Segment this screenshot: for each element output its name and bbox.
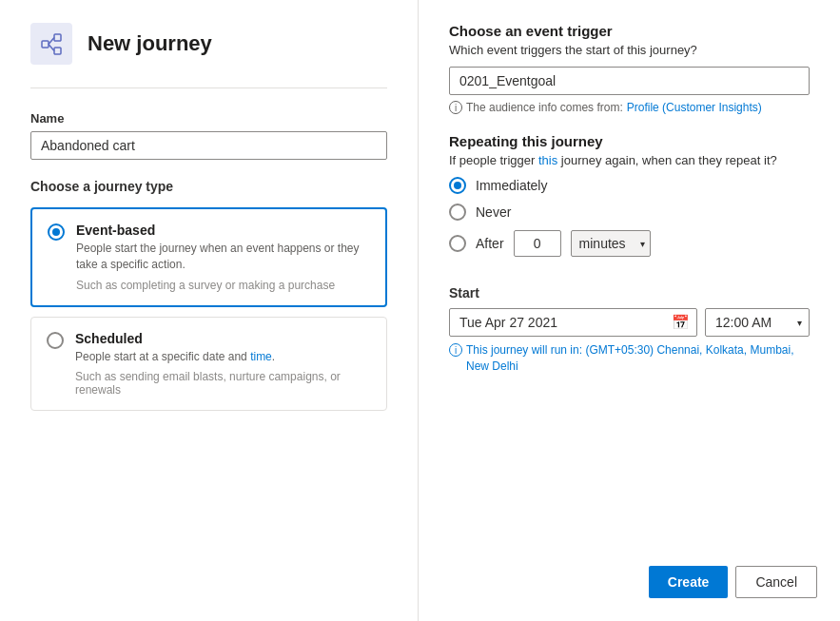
cancel-button[interactable]: Cancel (735, 566, 817, 598)
name-input[interactable] (30, 131, 387, 160)
audience-info-icon: i (449, 101, 462, 114)
name-field-group: Name (30, 111, 387, 160)
minutes-dropdown[interactable]: minutes hours days (571, 230, 651, 257)
scheduled-option[interactable]: Scheduled People start at a specific dat… (30, 317, 387, 412)
after-radio[interactable] (449, 235, 466, 252)
time-wrap: ▾ (705, 308, 810, 337)
start-section: Start 📅 ▾ i This journey will run in: (G… (449, 285, 810, 375)
scheduled-content: Scheduled People start at a specific dat… (75, 331, 371, 398)
journey-type-label: Choose a journey type (30, 179, 387, 194)
trigger-subheading: Which event triggers the start of this j… (449, 43, 810, 57)
repeat-heading: Repeating this journey (449, 133, 810, 149)
audience-link[interactable]: Profile (Customer Insights) (627, 101, 762, 114)
calendar-icon[interactable]: 📅 (672, 314, 690, 331)
event-based-option[interactable]: Event-based People start the journey whe… (30, 207, 387, 307)
svg-line-4 (49, 45, 54, 51)
after-value-input[interactable] (514, 230, 561, 257)
event-based-content: Event-based People start the journey whe… (76, 223, 370, 292)
svg-rect-2 (54, 48, 61, 54)
scheduled-example: Such as sending email blasts, nurture ca… (75, 370, 371, 397)
scheduled-title: Scheduled (75, 331, 371, 346)
after-label: After (476, 236, 504, 251)
start-label: Start (449, 285, 810, 301)
event-based-example: Such as completing a survey or making a … (76, 279, 370, 292)
trigger-input-wrap (449, 67, 810, 95)
page-header: New journey (30, 23, 387, 65)
date-time-row: 📅 ▾ (449, 308, 810, 337)
repeat-immediately-row[interactable]: Immediately (449, 177, 810, 194)
event-based-desc: People start the journey when an event h… (76, 241, 370, 273)
trigger-heading: Choose an event trigger (449, 23, 810, 39)
divider (30, 87, 387, 88)
timezone-info: i This journey will run in: (GMT+05:30) … (449, 342, 810, 375)
event-based-radio[interactable] (48, 223, 65, 241)
page-title: New journey (88, 31, 212, 56)
immediately-radio[interactable] (449, 177, 466, 194)
scheduled-radio[interactable] (47, 332, 64, 349)
footer-buttons: Create Cancel (649, 566, 817, 598)
minutes-dropdown-wrap[interactable]: minutes hours days ▾ (571, 230, 651, 257)
journey-icon (30, 23, 72, 65)
repeat-section: Repeating this journey If people trigger… (449, 133, 810, 266)
svg-rect-1 (54, 34, 61, 41)
timezone-text: This journey will run in: (GMT+05:30) Ch… (466, 342, 810, 375)
date-input[interactable] (449, 308, 697, 337)
scheduled-desc: People start at a specific date and time… (75, 349, 371, 365)
never-label: Never (476, 204, 511, 220)
audience-info: i The audience info comes from: Profile … (449, 101, 810, 114)
timezone-info-icon: i (449, 343, 462, 357)
svg-rect-0 (42, 41, 49, 48)
immediately-label: Immediately (476, 178, 547, 193)
repeat-after-row[interactable]: After minutes hours days ▾ (449, 230, 810, 257)
create-button[interactable]: Create (649, 566, 729, 598)
event-based-title: Event-based (76, 223, 370, 238)
name-label: Name (30, 111, 387, 126)
never-radio[interactable] (449, 204, 466, 221)
repeat-never-row[interactable]: Never (449, 204, 810, 221)
svg-line-3 (49, 38, 54, 45)
trigger-input[interactable] (449, 67, 810, 95)
audience-text: The audience info comes from: (466, 101, 623, 114)
time-input[interactable] (705, 308, 810, 337)
repeat-subheading: If people trigger this journey again, wh… (449, 153, 810, 167)
date-input-wrap: 📅 (449, 308, 697, 337)
